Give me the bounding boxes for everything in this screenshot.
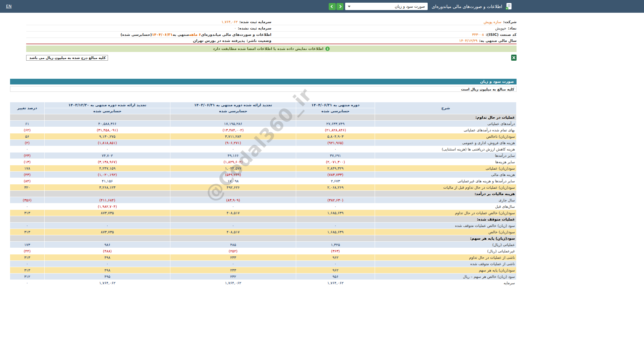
cell-description: غیرعملیاتی (ریال) [375,248,517,254]
section-header-row: هزینه مالیات بر درآمد: [10,191,517,197]
table-row: سرمایه۱,۷۶۴,۰۶۲۱,۷۶۴,۰۶۲۱,۷۶۴,۰۶۲۰ [10,280,517,286]
cell-description: عملیات در حال تداوم: [375,114,517,121]
cell-current-period: ۲,۰۶۸,۲۶۹ [296,184,375,191]
cell-restated-annual: ۱,۷۶۴,۰۶۲ [45,280,170,286]
report-audited-note: (حسابرسی شده) [120,33,152,37]
cell-restated-midyear: ۰ [170,223,296,229]
cell-current-period: ۰ [296,223,375,229]
table-row: سود(زیان) ناخالص۵,۸۰۴,۹۰۳۳,۷۱۱,۲۸۴۹,۱۳۰,… [10,133,517,140]
cell-restated-midyear [170,191,296,197]
table-row: سود(زیان) عملیات در حال تداوم قبل از مال… [10,184,517,191]
cell-percent-change: ۳۱۳ [10,229,45,235]
cell-restated-midyear [170,216,296,223]
table-row: سود (زیان) خالص هر سهم – ریال۹۵۶۲۳۲۴۹۵۳۱… [10,274,517,280]
cell-percent-change: ۳۱۳ [10,267,45,274]
cell-restated-annual: (۳,۱۳۸,۹۶۷) [45,159,170,165]
cell-percent-change: (۶۲) [10,127,45,133]
company-name-label: شرکت: [503,20,517,24]
cell-restated-annual: ۸۷۳,۷۳۵ [45,229,170,235]
cell-restated-midyear: ۲۳۳ [170,254,296,261]
excel-export-icon[interactable] [511,55,517,61]
signed-info-text: اطلاعات نمایش داده شده با اطلاعات امضا ش… [213,47,324,51]
cell-restated-annual: (۴۸۸) [45,248,170,254]
cell-description: عملیاتی (ریال) [375,242,517,248]
cell-description: سایر درآمدها [375,153,517,159]
publisher-status-label: وضعیت ناشر: [247,39,271,43]
cell-restated-annual: ۴۱,۱۵۶ [45,178,170,184]
nav-forward-button[interactable] [336,3,343,10]
cell-restated-midyear: ۲۳۲ [170,274,296,280]
section-header-row: عملیات در حال تداوم: [10,114,517,121]
cell-restated-annual [45,114,170,121]
cell-restated-annual: ۳,۲۶۸,۱۲۳ [45,184,170,191]
table-row: سود(زیان) خالص عملیات در حال تداوم۱,۶۸۵,… [10,210,517,216]
company-info-row: سال مالی منتهی به: ۱۴۰۴/۱۲/۲۹ وضعیت ناشر… [26,38,517,44]
unregistered-capital-field: سرمایه ثبت نشده: ۰ [26,26,271,31]
fiscal-year-field: سال مالی منتهی به: ۱۴۰۴/۱۲/۲۹ [271,39,517,43]
symbol-value: خپویش [495,26,506,31]
report-period-months: ۶ ماهه [189,33,201,37]
isic-field: کد صنعت (ISIC): ۳۴۳۰۰۸ [271,33,517,37]
cell-percent-change: ۱۷۸ [10,165,45,172]
company-info-row: شرکت: سازه پویش سرمایه ثبت شده: ۱,۷۶۴,۰۶… [26,19,517,25]
cell-restated-annual: ۴۹۸ [45,254,170,261]
cell-description: هزینه های فروش، اداری و عمومی [375,140,517,146]
cell-percent-change: ۳۱۳ [10,210,45,216]
col-header-current-period: دوره منتهی به ۱۴۰۴/۰۶/۳۱ [296,102,375,108]
cell-percent-change [10,235,45,242]
cell-restated-midyear: ۱۷,۰۹۸ [170,178,296,184]
nav-back-button[interactable] [329,3,336,10]
cell-restated-midyear: (۲۵۲) [170,248,296,254]
cell-percent-change [10,114,45,121]
cell-current-period: ۹۵۶ [296,274,375,280]
cell-current-period [296,114,375,121]
company-name-value[interactable]: سازه پویش [484,20,501,24]
cell-current-period [296,216,375,223]
cell-restated-annual: ۸۷۳,۷۳۵ [45,210,170,216]
cell-restated-midyear: ۰ [170,203,296,210]
table-row: سود(زیان) خالص۱,۶۸۵,۶۳۹۴۰۸,۵۱۷۸۷۳,۷۳۵۳۱۳ [10,229,517,235]
cell-percent-change: (۲) [10,140,45,146]
cell-restated-annual: ۹,۱۳۰,۲۷۵ [45,133,170,140]
language-en-link[interactable]: EN [6,4,12,9]
cell-restated-annual: (۱,۸۱۸,۸۵۱) [45,140,170,146]
statement-title-bar: صورت سود و زیان [10,79,517,84]
statement-type-select[interactable]: صورت سود و زیان [345,3,428,10]
cell-restated-annual: (۱,۹۸۲,۷۰۴) [45,203,170,210]
chevron-right-icon [338,5,342,8]
cell-current-period: ۹۶۲ [296,267,375,274]
cell-description: سود(زیان) خالص عملیات در حال تداوم [375,210,517,216]
cell-description: ناشی از عملیات در حال تداوم [375,254,517,261]
cell-percent-change: ۰ [10,146,45,153]
cell-description: سود(زیان) خالص [375,229,517,235]
cell-description: هزینه مالیات بر درآمد: [375,191,517,197]
section-header-row: سود(زیان) پایه هر سهم: [10,235,517,242]
cell-restated-annual: (۳۱,۴۵۸,۰۹۱) [45,127,170,133]
table-row: ناشی از عملیات در حال تداوم۹۶۲۲۳۳۴۹۸۳۱۳ [10,254,517,261]
cell-current-period [296,191,375,197]
cell-current-period: (۲,۰۷۱,۳۰۰) [296,159,375,165]
unregistered-capital-value: ۰ [234,26,236,31]
page-title: اطلاعات و صورت‌های مالی میاندوره‌ای [432,4,502,9]
cell-description: سال جاری [375,197,517,203]
cell-percent-change: (۳۵۶) [10,197,45,203]
table-row: هزینه های فروش، اداری و عمومی(۹۲۱,۹۶۵)(۹… [10,140,517,146]
statement-type-selected-value: صورت سود و زیان [395,4,425,9]
cell-current-period: ۰ [296,203,375,210]
cell-description: عملیات متوقف شده: [375,216,517,223]
fiscal-year-label: سال مالی منتهی به: [479,39,517,43]
registered-capital-label: سرمایه ثبت شده: [239,20,271,24]
signed-info-banner: i اطلاعات نمایش داده شده با اطلاعات امضا… [26,46,517,52]
col-header-percent-change: درصد تغییر [10,102,45,114]
cell-restated-annual: ۴۰,۵۸۸,۳۶۶ [45,121,170,127]
cell-current-period: ۱,۶۸۵,۶۳۹ [296,229,375,235]
table-row: سال جاری(۳۸۲,۶۳۰)(۸۳,۹۰۹)(۴۱۱,۶۸۴)(۳۵۶) [10,197,517,203]
cell-description: سایر درآمدها و هزینه های غیرعملیاتی [375,178,517,184]
cell-description: سود(زیان) ناخالص [375,133,517,140]
cell-current-period: ۲,۸۴۹,۳۲۹ [296,165,375,172]
report-period-text: اطلاعات و صورت‌های مالی میاندوره‌ای ۶ ما… [26,33,271,37]
company-info-row: نماد: خپویش سرمایه ثبت نشده: ۰ [26,25,517,32]
cell-description: سود(زیان) عملیاتی [375,165,517,172]
table-row: سود(زیان) عملیاتی۲,۸۴۹,۳۲۹۱,۰۲۴,۵۷۷۴,۲۴۷… [10,165,517,172]
income-statement-body: عملیات در حال تداوم:درآمدهای عملیاتی۲۷,۶… [10,114,517,286]
